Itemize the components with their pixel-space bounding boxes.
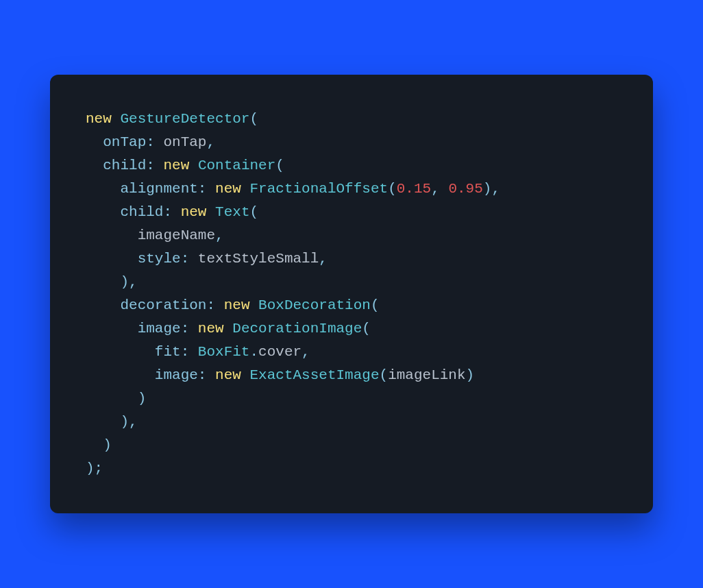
token-punc: , <box>431 181 440 197</box>
token-dot: . <box>249 344 258 360</box>
code-line: new GestureDetector( <box>86 108 617 131</box>
token-ident: cover <box>258 344 301 360</box>
code-line: fit: BoxFit.cover, <box>86 341 617 364</box>
token-class: BoxDecoration <box>258 297 371 313</box>
code-line: imageName, <box>86 224 617 247</box>
token-keyword: new <box>215 181 241 197</box>
token-class: BoxFit <box>198 344 250 360</box>
token-class: GestureDetector <box>120 111 249 127</box>
token-punc: ( <box>250 204 259 220</box>
code-card: new GestureDetector( onTap: onTap, child… <box>50 75 653 513</box>
token-punc: : <box>181 251 190 267</box>
token-punc: : <box>198 367 207 383</box>
code-line: image: new DecorationImage( <box>86 317 617 341</box>
token-keyword: new <box>215 367 241 383</box>
token-class: Container <box>198 158 275 173</box>
token-number: 0.95 <box>448 181 482 197</box>
token-param: image <box>138 321 181 336</box>
token-punc: , <box>206 134 215 150</box>
token-punc: , <box>301 344 310 360</box>
token-ident: textStyleSmall <box>198 251 319 267</box>
token-punc: ) <box>138 391 147 406</box>
token-ident: onTap <box>163 134 206 150</box>
token-ident: imageName <box>138 228 215 243</box>
token-class: DecorationImage <box>232 321 362 336</box>
code-line: style: textStyleSmall, <box>86 247 617 271</box>
code-line: ) <box>86 434 617 457</box>
token-punc: : <box>181 344 190 360</box>
token-class: FractionalOffset <box>249 181 388 197</box>
token-param: fit <box>155 344 181 360</box>
code-line: image: new ExactAssetImage(imageLink) <box>86 364 617 387</box>
token-param: style <box>138 251 181 267</box>
token-punc: , <box>129 274 138 290</box>
token-punc: ) <box>120 274 129 290</box>
token-keyword: new <box>224 297 250 313</box>
code-line: alignment: new FractionalOffset(0.15, 0.… <box>86 177 617 201</box>
token-keyword: new <box>86 111 112 127</box>
token-punc: : <box>163 204 172 220</box>
token-punc: ( <box>371 297 380 313</box>
token-keyword: new <box>181 204 207 220</box>
code-block[interactable]: new GestureDetector( onTap: onTap, child… <box>86 108 617 480</box>
token-param: image <box>155 367 198 383</box>
token-punc: ( <box>249 111 258 127</box>
token-punc: ) <box>86 461 95 476</box>
token-punc: ) <box>483 181 492 197</box>
token-keyword: new <box>163 158 189 173</box>
token-punc: : <box>146 158 155 173</box>
token-punc: ( <box>380 367 388 383</box>
token-punc: , <box>319 251 328 267</box>
code-line: decoration: new BoxDecoration( <box>86 294 617 317</box>
token-param: child <box>120 204 163 220</box>
code-line: ) <box>86 387 617 411</box>
token-class: Text <box>215 204 249 220</box>
token-ident: imageLink <box>388 367 465 383</box>
token-punc: , <box>491 181 500 197</box>
token-punc: ) <box>466 367 475 383</box>
token-keyword: new <box>198 321 224 336</box>
token-punc: : <box>198 181 207 197</box>
token-punc: : <box>146 134 155 150</box>
token-param: decoration <box>120 297 206 313</box>
code-line: child: new Text( <box>86 201 617 224</box>
token-param: onTap <box>103 134 146 150</box>
token-punc: ( <box>362 321 371 336</box>
token-param: alignment <box>120 181 197 197</box>
token-punc: : <box>181 321 190 336</box>
code-line: onTap: onTap, <box>86 131 617 154</box>
token-punc: ( <box>275 158 284 173</box>
token-param: child <box>103 158 146 173</box>
token-number: 0.15 <box>397 181 431 197</box>
code-line: ); <box>86 457 617 480</box>
token-punc: , <box>129 414 138 430</box>
token-punc: ; <box>95 461 103 476</box>
token-punc: , <box>215 228 224 243</box>
token-punc: ( <box>388 181 397 197</box>
code-line: ), <box>86 411 617 434</box>
token-class: ExactAssetImage <box>249 367 379 383</box>
code-line: child: new Container( <box>86 154 617 177</box>
token-punc: ) <box>120 414 129 430</box>
code-line: ), <box>86 271 617 294</box>
token-punc: : <box>206 297 215 313</box>
token-punc: ) <box>103 437 112 453</box>
